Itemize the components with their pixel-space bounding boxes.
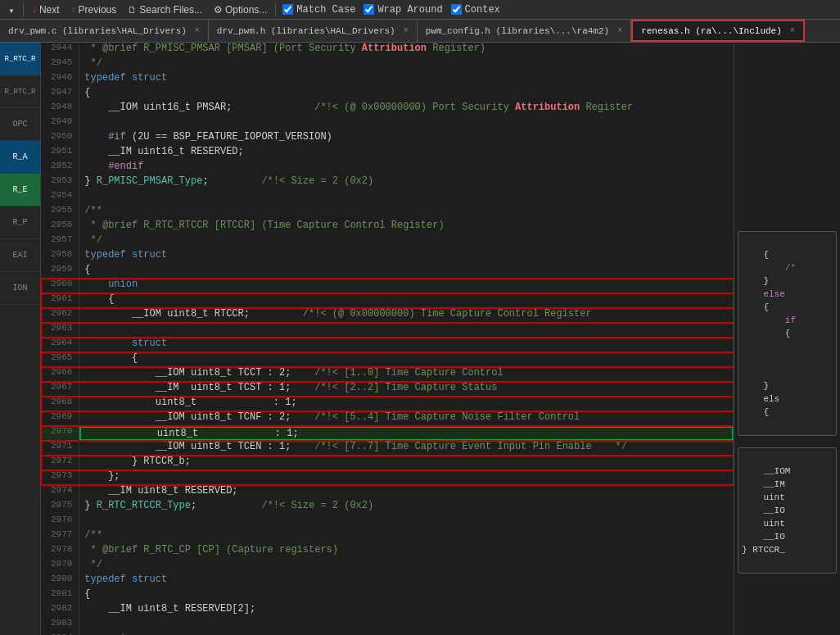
tab-renesas-h[interactable]: renesas.h (ra\...\Include) ×	[631, 20, 805, 42]
main-area: R_RTC_R R_RTC_R OPC R_A R_E R_P EAI ION …	[0, 43, 840, 635]
table-row: 2982 __IM uint8_t RESERVED[2];	[41, 603, 734, 618]
tab-label-1: drv_pwm.c (libraries\HAL_Drivers)	[8, 26, 187, 36]
tab-close-3[interactable]: ×	[617, 26, 622, 35]
search-files-button[interactable]: Search Files...	[123, 1, 207, 19]
table-row: 2976	[41, 515, 734, 529]
table-row: 2952 #endif	[41, 161, 734, 175]
sidebar-item-ion[interactable]: ION	[0, 272, 40, 305]
wrap-around-checkbox[interactable]: Wrap Around	[360, 4, 445, 16]
table-row: 2950 #if (2U == BSP_FEATURE_IOPORT_VERSI…	[41, 131, 734, 146]
sidebar-item-eai[interactable]: EAI	[0, 239, 40, 272]
match-case-input[interactable]	[282, 4, 293, 15]
table-row: 2957 */	[41, 234, 734, 249]
table-row: 2949	[41, 116, 734, 131]
context-checkbox[interactable]: Contex	[448, 4, 504, 16]
sidebar-item-rtc-r2[interactable]: R_RTC_R	[0, 75, 40, 108]
sidebar-item-ra[interactable]: R_A	[0, 141, 40, 174]
right-box-2-content: __IOM __IM uint __IO uint __IO } RTCCR_	[742, 451, 833, 569]
table-row: 2970 uint8_t : 1;	[41, 426, 734, 441]
match-case-label: Match Case	[296, 4, 355, 16]
sidebar-item-re[interactable]: R_E	[0, 174, 40, 206]
search-toolbar: Next Previous Search Files... Options...…	[0, 0, 840, 20]
sidebar-item-rtc-r1[interactable]: R_RTC_R	[0, 43, 40, 75]
tab-bar: drv_pwm.c (libraries\HAL_Drivers) × drv_…	[0, 20, 840, 43]
right-box-1-content: { /* } else { if { } els {	[742, 235, 833, 432]
context-label: Contex	[465, 4, 500, 16]
tab-close-2[interactable]: ×	[404, 26, 409, 35]
table-row: 2975 } R_RTC_RTCCR_Type; /*!< Size = 2 (…	[41, 500, 734, 515]
table-row: 2968 uint8_t : 1;	[41, 397, 734, 411]
table-row: 2980 typedef struct	[41, 574, 734, 588]
options-button[interactable]: Options...	[209, 1, 272, 19]
tab-label-2: drv_pwm.h (libraries\HAL_Drivers)	[217, 26, 395, 36]
files-icon	[128, 4, 137, 16]
sidebar: R_RTC_R R_RTC_R OPC R_A R_E R_P EAI ION	[0, 43, 41, 635]
table-row: 2960 union	[41, 279, 734, 293]
separator-2	[275, 3, 276, 16]
code-table: 2944 * @brief R_PMISC_PMSAR [PMSAR] (Por…	[41, 43, 734, 635]
table-row: 2967 __IM uint8_t TCST : 1; /*!< [2..2] …	[41, 382, 734, 397]
table-row: 2951 __IM uint16_t RESERVED;	[41, 146, 734, 161]
match-case-checkbox[interactable]: Match Case	[279, 4, 359, 16]
table-row: 2966 __IOM uint8_t TCCT : 2; /*!< [1..0]…	[41, 367, 734, 382]
table-row: 2954	[41, 190, 734, 205]
tab-label-3: pwm_config.h (libraries\...\ra4m2)	[426, 26, 609, 36]
table-row: 2944 * @brief R_PMISC_PMSAR [PMSAR] (Por…	[41, 43, 734, 57]
chevron-down-icon	[8, 4, 15, 16]
sidebar-item-opc[interactable]: OPC	[0, 108, 40, 141]
wrap-around-input[interactable]	[364, 4, 374, 15]
options-label: Options...	[225, 4, 267, 16]
previous-button[interactable]: Previous	[66, 1, 122, 19]
table-row: 2977 /**	[41, 529, 734, 544]
table-row: 2947 {	[41, 87, 734, 102]
tab-close-4[interactable]: ×	[790, 26, 795, 35]
tab-pwm-config[interactable]: pwm_config.h (libraries\...\ra4m2) ×	[418, 20, 631, 42]
tab-drv-pwm-h[interactable]: drv_pwm.h (libraries\HAL_Drivers) ×	[209, 20, 418, 42]
table-row: 2964 struct	[41, 338, 734, 352]
sidebar-item-rp[interactable]: R_P	[0, 206, 40, 239]
prev-arrow-icon	[71, 4, 76, 16]
tab-label-4: renesas.h (ra\...\Include)	[641, 26, 782, 36]
table-row: 2945 */	[41, 57, 734, 72]
table-row: 2965 {	[41, 352, 734, 367]
wrap-around-label: Wrap Around	[377, 4, 442, 16]
table-row: 2948 __IOM uint16_t PMSAR; /*!< (@ 0x000…	[41, 102, 734, 116]
table-row: 2946 typedef struct	[41, 72, 734, 87]
table-row: 2956 * @brief R_RTC_RTCCR [RTCCR] (Time …	[41, 220, 734, 234]
search-files-label: Search Files...	[139, 4, 202, 16]
next-label: Next	[39, 4, 60, 16]
tab-drv-pwm-c[interactable]: drv_pwm.c (libraries\HAL_Drivers) ×	[0, 20, 209, 42]
table-row: 2971 __IOM uint8_t TCEN : 1; /*!< [7..7]…	[41, 441, 734, 456]
previous-label: Previous	[79, 4, 117, 16]
table-row: 2963	[41, 323, 734, 338]
table-row: 2978 * @brief R_RTC_CP [CP] (Capture reg…	[41, 544, 734, 559]
code-editor[interactable]: 2944 * @brief R_PMISC_PMSAR [PMSAR] (Por…	[41, 43, 734, 635]
separator-1	[23, 3, 24, 16]
right-panel-box-2: __IOM __IM uint __IO uint __IO } RTCCR_	[738, 447, 837, 574]
table-row: 2958 typedef struct	[41, 249, 734, 264]
table-row: 2981 {	[41, 588, 734, 603]
table-row: 2962 __IOM uint8_t RTCCR; /*!< (@ 0x0000…	[41, 308, 734, 323]
context-input[interactable]	[451, 4, 462, 15]
table-row: 2961 {	[41, 293, 734, 308]
table-row: 2983	[41, 618, 734, 633]
table-row: 2979 */	[41, 559, 734, 574]
next-button[interactable]: Next	[27, 1, 65, 19]
dropdown-button[interactable]	[3, 1, 20, 19]
gear-icon	[214, 4, 223, 16]
table-row: 2974 __IM uint8_t RESERVED;	[41, 485, 734, 500]
table-row: 2973 };	[41, 470, 734, 485]
right-panel-box-1: { /* } else { if { } els {	[738, 231, 837, 436]
table-row: 2972 } RTCCR_b;	[41, 456, 734, 470]
table-row: 2969 __IOM uint8_t TCNF : 2; /*!< [5..4]…	[41, 411, 734, 426]
table-row: 2955 /**	[41, 205, 734, 220]
table-row: 2959 {	[41, 264, 734, 279]
next-arrow-icon	[32, 4, 37, 16]
tab-close-1[interactable]: ×	[195, 26, 200, 35]
table-row: 2953 } R_PMISC_PMSAR_Type; /*!< Size = 2…	[41, 175, 734, 190]
right-panel: { /* } else { if { } els { __IOM __IM ui…	[734, 43, 840, 635]
